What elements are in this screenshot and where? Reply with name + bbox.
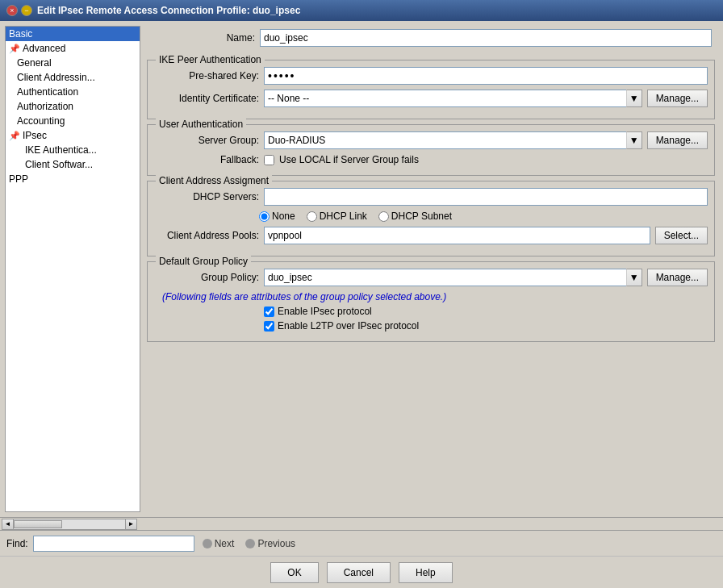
ok-button[interactable]: OK bbox=[270, 562, 318, 583]
tree-item-authentication[interactable]: Authentication bbox=[6, 85, 140, 99]
bottom-buttons: OK Cancel Help bbox=[0, 556, 723, 588]
title-bar-buttons: × − bbox=[6, 5, 32, 16]
server-group-label: Server Group: bbox=[154, 135, 259, 146]
name-input[interactable] bbox=[260, 29, 712, 47]
fallback-checkbox[interactable] bbox=[264, 155, 274, 165]
client-addr-title: Client Address Assigment bbox=[156, 175, 272, 186]
enable-l2tp-row: Enable L2TP over IPsec protocol bbox=[264, 320, 708, 332]
server-group-manage-button[interactable]: Manage... bbox=[647, 131, 708, 149]
enable-ipsec-checkbox[interactable] bbox=[264, 307, 274, 317]
tree-label-client-addressing: Client Addressin... bbox=[17, 72, 95, 83]
scrollbar-area: ◄ ► bbox=[0, 517, 723, 530]
radio-dhcp-link[interactable] bbox=[307, 211, 317, 222]
close-button[interactable]: × bbox=[6, 5, 18, 16]
tree-label-client-software: Client Softwar... bbox=[25, 159, 93, 170]
radio-none-item[interactable]: None bbox=[259, 211, 295, 222]
scroll-thumb[interactable] bbox=[14, 520, 62, 528]
pre-shared-key-input[interactable] bbox=[264, 67, 708, 85]
group-policy-select[interactable]: duo_ipsec bbox=[264, 269, 642, 286]
identity-cert-row: Identity Certificate: -- None -- ▼ Manag… bbox=[154, 90, 708, 107]
tree-item-authorization[interactable]: Authorization bbox=[6, 99, 140, 114]
enable-ipsec-row: Enable IPsec protocol bbox=[264, 306, 708, 317]
tree-item-basic[interactable]: Basic bbox=[6, 27, 140, 41]
tree-item-accounting[interactable]: Accounting bbox=[6, 114, 140, 128]
radio-dhcp-subnet[interactable] bbox=[378, 211, 389, 222]
tree-item-general[interactable]: General bbox=[6, 56, 140, 70]
next-circle-icon bbox=[203, 539, 212, 548]
find-label: Find: bbox=[6, 538, 28, 549]
pin-icon-advanced: 📌 bbox=[9, 44, 20, 54]
find-input[interactable] bbox=[33, 536, 194, 552]
h-scrollbar[interactable]: ◄ ► bbox=[2, 519, 137, 530]
tree-panel: Basic 📌 Advanced General Client Addressi… bbox=[5, 26, 140, 512]
tree-item-ipsec[interactable]: 📌 IPsec bbox=[6, 128, 140, 143]
fallback-label: Fallback: bbox=[154, 154, 259, 165]
group-policy-row: Group Policy: duo_ipsec ▼ Manage... bbox=[154, 269, 708, 286]
identity-cert-wrapper: -- None -- ▼ bbox=[264, 90, 642, 107]
minimize-button[interactable]: − bbox=[21, 5, 32, 16]
tree-item-advanced[interactable]: 📌 Advanced bbox=[6, 41, 140, 56]
tree-label-ppp: PPP bbox=[9, 173, 28, 185]
cancel-button[interactable]: Cancel bbox=[327, 562, 391, 583]
radio-dhcp-subnet-label: DHCP Subnet bbox=[391, 211, 452, 222]
client-pools-row: Client Address Pools: Select... bbox=[154, 227, 708, 244]
tree-item-ppp[interactable]: PPP bbox=[6, 172, 140, 186]
tree-label-ipsec: IPsec bbox=[23, 130, 47, 141]
radio-none[interactable] bbox=[259, 211, 270, 222]
dhcp-servers-row: DHCP Servers: bbox=[154, 188, 708, 206]
prev-circle-icon bbox=[245, 539, 255, 548]
group-policy-wrapper: duo_ipsec ▼ bbox=[264, 269, 642, 286]
find-bar: Find: Next Previous bbox=[0, 530, 723, 556]
fallback-checkbox-label: Use LOCAL if Server Group fails bbox=[279, 154, 419, 165]
previous-button[interactable]: Previous bbox=[242, 536, 299, 551]
server-group-select[interactable]: Duo-RADIUS bbox=[264, 131, 642, 149]
info-text: (Following fields are attributes of the … bbox=[162, 291, 708, 302]
pre-shared-key-label: Pre-shared Key: bbox=[154, 70, 259, 81]
tree-label-advanced: Advanced bbox=[23, 43, 65, 54]
server-group-row: Server Group: Duo-RADIUS ▼ Manage... bbox=[154, 131, 708, 149]
tree-label-ike-auth: IKE Authentica... bbox=[25, 144, 97, 156]
client-pools-input[interactable] bbox=[264, 227, 650, 244]
content-area: Basic 📌 Advanced General Client Addressi… bbox=[0, 21, 723, 517]
scroll-left-btn[interactable]: ◄ bbox=[2, 519, 14, 529]
radio-group: None DHCP Link DHCP Subnet bbox=[259, 211, 708, 222]
identity-cert-select-group: -- None -- ▼ bbox=[264, 90, 642, 107]
group-policy-manage-button[interactable]: Manage... bbox=[647, 269, 708, 286]
enable-l2tp-checkbox[interactable] bbox=[264, 321, 274, 332]
tree-label-basic: Basic bbox=[9, 28, 32, 40]
select-pools-button[interactable]: Select... bbox=[655, 227, 708, 244]
name-section: Name: bbox=[144, 26, 718, 55]
title-bar: × − Edit IPsec Remote Access Connection … bbox=[0, 0, 723, 21]
identity-cert-select[interactable]: -- None -- bbox=[264, 90, 642, 107]
pre-shared-key-row: Pre-shared Key: bbox=[154, 67, 708, 85]
server-group-wrapper: Duo-RADIUS ▼ bbox=[264, 131, 642, 149]
window-title: Edit IPsec Remote Access Connection Prof… bbox=[37, 5, 300, 16]
name-row: Name: bbox=[150, 29, 712, 47]
tree-label-authentication: Authentication bbox=[17, 86, 78, 98]
client-pools-label: Client Address Pools: bbox=[154, 230, 259, 241]
ike-peer-auth-title: IKE Peer Authentication bbox=[156, 54, 265, 65]
tree-item-client-software[interactable]: Client Softwar... bbox=[6, 157, 140, 172]
group-policy-select-group: duo_ipsec ▼ bbox=[264, 269, 642, 286]
next-label: Next bbox=[215, 538, 235, 549]
identity-cert-manage-button[interactable]: Manage... bbox=[647, 90, 708, 107]
tree-item-ike-auth[interactable]: IKE Authentica... bbox=[6, 143, 140, 157]
scroll-right-btn[interactable]: ► bbox=[125, 519, 136, 529]
user-auth-title: User Authentication bbox=[156, 119, 246, 130]
next-button[interactable]: Next bbox=[199, 536, 238, 551]
radio-dhcp-link-item[interactable]: DHCP Link bbox=[307, 211, 367, 222]
pin-icon-ipsec: 📌 bbox=[9, 131, 20, 141]
identity-cert-label: Identity Certificate: bbox=[154, 93, 259, 104]
server-group-select-group: Duo-RADIUS ▼ bbox=[264, 131, 642, 149]
tree-item-client-addressing[interactable]: Client Addressin... bbox=[6, 70, 140, 85]
dhcp-servers-input[interactable] bbox=[264, 188, 708, 206]
ike-peer-auth-group: IKE Peer Authentication Pre-shared Key: … bbox=[147, 60, 715, 119]
dhcp-servers-label: DHCP Servers: bbox=[154, 191, 259, 202]
radio-dhcp-subnet-item[interactable]: DHCP Subnet bbox=[378, 211, 452, 222]
tree-label-general: General bbox=[17, 57, 52, 69]
radio-dhcp-link-label: DHCP Link bbox=[320, 211, 367, 222]
help-button[interactable]: Help bbox=[399, 562, 453, 583]
tree-label-authorization: Authorization bbox=[17, 101, 73, 112]
default-group-policy-group: Default Group Policy Group Policy: duo_i… bbox=[147, 261, 715, 342]
enable-ipsec-label: Enable IPsec protocol bbox=[278, 306, 372, 317]
